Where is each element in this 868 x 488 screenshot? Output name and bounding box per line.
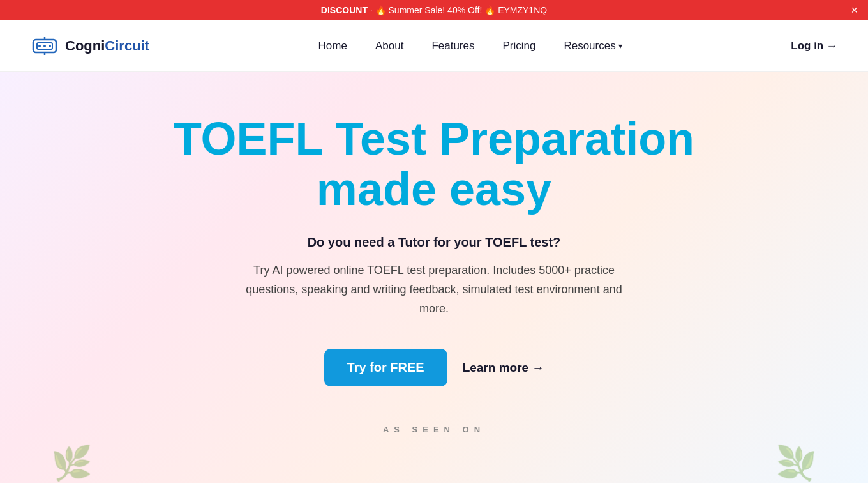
- svg-point-4: [38, 45, 41, 47]
- hero-section: TOEFL Test Preparation made easy Do you …: [0, 72, 868, 483]
- announcement-text: DISCOUNT · 🔥 Summer Sale! 40% Off! 🔥 EYM…: [321, 5, 547, 15]
- hero-title: TOEFL Test Preparation made easy: [160, 114, 708, 215]
- hero-buttons: Try for FREE Learn more →: [324, 349, 544, 386]
- nav-right: Log in →: [791, 40, 837, 52]
- announcement-bar: DISCOUNT · 🔥 Summer Sale! 40% Off! 🔥 EYM…: [0, 0, 868, 20]
- navbar: CogniCircuit Home About Features Pricing…: [0, 20, 868, 72]
- svg-point-5: [43, 45, 46, 47]
- nav-item-resources[interactable]: Resources ▾: [552, 33, 633, 59]
- close-announcement-button[interactable]: ×: [851, 4, 858, 16]
- leaf-left-icon: 🌿: [51, 444, 93, 483]
- hero-subtitle: Do you need a Tutor for your TOEFL test?: [308, 235, 561, 250]
- bottom-decorations: 🌿 🌿: [0, 444, 868, 483]
- hero-description: Try AI powered online TOEFL test prepara…: [230, 261, 638, 318]
- nav-item-pricing[interactable]: Pricing: [491, 33, 547, 59]
- nav-item-features[interactable]: Features: [420, 33, 486, 59]
- svg-point-6: [49, 45, 51, 47]
- login-button[interactable]: Log in →: [791, 40, 837, 52]
- logo[interactable]: CogniCircuit: [31, 32, 149, 60]
- leaf-right-icon: 🌿: [775, 444, 817, 483]
- logo-icon: [31, 32, 59, 60]
- logo-text: CogniCircuit: [65, 38, 149, 54]
- try-free-button[interactable]: Try for FREE: [324, 349, 447, 386]
- nav-item-about[interactable]: About: [364, 33, 415, 59]
- nav-links: Home About Features Pricing Resources ▾: [307, 33, 634, 59]
- chevron-down-icon: ▾: [618, 42, 622, 50]
- nav-item-home[interactable]: Home: [307, 33, 359, 59]
- learn-more-button[interactable]: Learn more →: [463, 361, 544, 375]
- as-seen-on-label: AS SEEN ON: [383, 425, 485, 434]
